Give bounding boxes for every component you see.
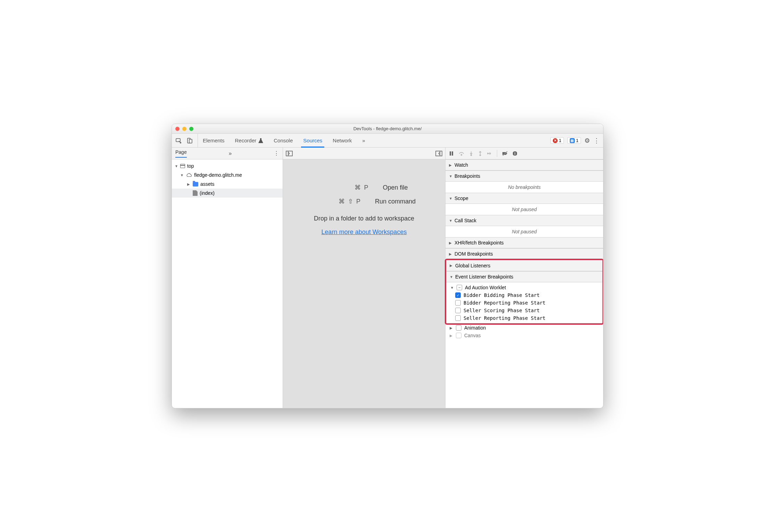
- svg-point-12: [488, 153, 489, 154]
- event-category-ad-auction[interactable]: ▼ − Ad Auction Worklet: [448, 284, 600, 291]
- debugger-pane: ▶Watch ▼Breakpoints No breakpoints ▼Scop…: [445, 148, 603, 408]
- tree-top-frame[interactable]: ▼ top: [172, 161, 283, 171]
- section-xhr[interactable]: ▶XHR/fetch Breakpoints: [445, 237, 603, 248]
- frame-icon: [180, 164, 185, 168]
- tree-file-label: (index): [200, 190, 215, 196]
- step-icon[interactable]: [487, 151, 492, 156]
- section-xhr-label: XHR/fetch Breakpoints: [455, 240, 504, 246]
- tab-console[interactable]: Console: [274, 134, 293, 147]
- section-global-listeners[interactable]: ▶Global Listeners: [446, 260, 602, 271]
- devtools-window: DevTools - fledge-demo.glitch.me/ Elemen…: [172, 124, 603, 408]
- kebab-menu-icon[interactable]: ⋮: [593, 137, 600, 144]
- event-category-animation[interactable]: ▶ Animation: [445, 324, 603, 332]
- event-category-label: Ad Auction Worklet: [465, 285, 506, 290]
- step-over-icon[interactable]: [459, 151, 464, 156]
- chevron-right-icon: ▶: [449, 241, 452, 245]
- section-callstack[interactable]: ▼Call Stack: [445, 215, 603, 226]
- section-dom-label: DOM Breakpoints: [455, 251, 493, 257]
- navigator-overflow[interactable]: »: [228, 150, 232, 157]
- show-navigator-icon[interactable]: [286, 151, 293, 156]
- checkbox-unchecked[interactable]: [455, 300, 461, 306]
- scope-empty: Not paused: [445, 204, 603, 215]
- tabs-overflow[interactable]: »: [362, 134, 365, 147]
- hint-open-file: ⌘ P Open file: [320, 184, 408, 191]
- pause-exceptions-icon[interactable]: [512, 151, 517, 156]
- highlighted-region: ▶Global Listeners ▼Event Listener Breakp…: [445, 259, 603, 325]
- tab-network[interactable]: Network: [333, 134, 352, 147]
- svg-point-9: [461, 154, 462, 155]
- panel-tabs: Elements Recorder Console Sources Networ…: [203, 134, 547, 147]
- messages-badge[interactable]: ▤ 1: [567, 137, 581, 144]
- chevron-down-icon: ▼: [180, 173, 184, 177]
- checkbox-unchecked[interactable]: [456, 333, 461, 338]
- event-bidder-bidding[interactable]: ✓ Bidder Bidding Phase Start: [448, 291, 600, 299]
- show-debugger-icon[interactable]: [435, 151, 442, 156]
- tree-folder-assets[interactable]: ▶ assets: [172, 180, 283, 189]
- checkbox-checked[interactable]: ✓: [455, 292, 461, 298]
- section-dom[interactable]: ▶DOM Breakpoints: [445, 248, 603, 259]
- event-label: Seller Reporting Phase Start: [464, 315, 545, 321]
- tree-domain-label: fledge-demo.glitch.me: [194, 172, 242, 178]
- event-label: Bidder Bidding Phase Start: [464, 292, 540, 298]
- chevron-down-icon: ▼: [450, 275, 453, 279]
- chevron-right-icon: ▶: [449, 163, 452, 167]
- event-seller-reporting[interactable]: Seller Reporting Phase Start: [448, 314, 600, 322]
- section-callstack-label: Call Stack: [455, 218, 476, 223]
- event-bidder-reporting[interactable]: Bidder Reporting Phase Start: [448, 299, 600, 307]
- section-event-listener[interactable]: ▼Event Listener Breakpoints: [446, 271, 602, 282]
- step-out-icon[interactable]: [478, 151, 482, 156]
- file-tree: ▼ top ▼ fledge-demo.glitch.me ▶ assets (…: [172, 159, 283, 200]
- section-breakpoints-label: Breakpoints: [455, 173, 480, 179]
- checkbox-indeterminate[interactable]: −: [457, 285, 462, 290]
- tree-domain[interactable]: ▼ fledge-demo.glitch.me: [172, 171, 283, 180]
- svg-point-10: [471, 155, 472, 156]
- tab-recorder[interactable]: Recorder: [235, 134, 264, 147]
- titlebar: DevTools - fledge-demo.glitch.me/: [172, 124, 603, 134]
- message-icon: ▤: [570, 138, 575, 143]
- event-label: Bidder Reporting Phase Start: [464, 300, 545, 306]
- tab-sources[interactable]: Sources: [303, 134, 322, 147]
- svg-rect-8: [452, 151, 453, 156]
- svg-rect-16: [515, 154, 515, 155]
- gear-icon[interactable]: ⚙: [584, 137, 590, 144]
- deactivate-breakpoints-icon[interactable]: [502, 151, 508, 156]
- messages-count: 1: [576, 138, 578, 143]
- checkbox-unchecked[interactable]: [456, 325, 461, 331]
- device-icon[interactable]: [186, 138, 193, 144]
- section-breakpoints[interactable]: ▼Breakpoints: [445, 171, 603, 182]
- tab-page[interactable]: Page: [175, 149, 187, 158]
- checkbox-unchecked[interactable]: [455, 308, 461, 313]
- section-event-listener-label: Event Listener Breakpoints: [455, 274, 513, 280]
- hint-run-command: ⌘ ⇧ P Run command: [312, 198, 416, 205]
- checkbox-unchecked[interactable]: [455, 315, 461, 321]
- section-scope-label: Scope: [455, 196, 468, 201]
- flask-icon: [258, 138, 263, 143]
- tree-file-index[interactable]: (index): [172, 189, 283, 198]
- hint-keys: ⌘ P: [320, 184, 369, 191]
- chevron-down-icon: ▼: [450, 286, 454, 290]
- debugger-toolbar: [445, 148, 603, 159]
- hint-text: Run command: [375, 198, 416, 205]
- pause-icon[interactable]: [449, 151, 454, 156]
- event-label: Seller Scoring Phase Start: [464, 308, 540, 313]
- chevron-right-icon: ▶: [450, 264, 453, 267]
- hint-text: Open file: [383, 184, 408, 191]
- svg-rect-0: [176, 139, 180, 142]
- errors-count: 1: [559, 138, 561, 143]
- workspaces-link[interactable]: Learn more about Workspaces: [322, 228, 407, 236]
- inspect-icon[interactable]: [175, 138, 182, 144]
- navigator-menu-icon[interactable]: ⋮: [274, 150, 279, 157]
- errors-badge[interactable]: ✕ 1: [550, 137, 564, 144]
- event-category-canvas[interactable]: ▶ Canvas: [445, 332, 603, 339]
- event-seller-scoring[interactable]: Seller Scoring Phase Start: [448, 307, 600, 314]
- section-scope[interactable]: ▼Scope: [445, 193, 603, 204]
- tab-elements[interactable]: Elements: [203, 134, 225, 147]
- cloud-icon: [186, 173, 192, 177]
- step-into-icon[interactable]: [469, 151, 473, 156]
- breakpoints-empty: No breakpoints: [445, 182, 603, 193]
- svg-rect-15: [515, 152, 515, 154]
- editor-pane: ⌘ P Open file ⌘ ⇧ P Run command Drop in …: [283, 148, 445, 408]
- chevron-right-icon: ▶: [449, 252, 452, 256]
- tab-recorder-label: Recorder: [235, 138, 257, 143]
- section-watch[interactable]: ▶Watch: [445, 159, 603, 171]
